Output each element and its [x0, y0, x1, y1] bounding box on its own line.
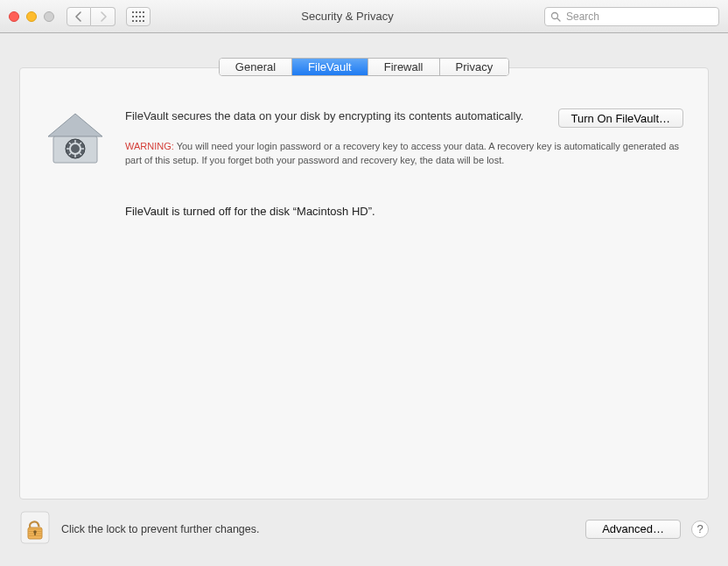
svg-rect-2 [139, 11, 141, 13]
svg-rect-8 [132, 20, 134, 22]
filevault-description: FileVault secures the data on your disk … [125, 108, 541, 124]
footer: Click the lock to prevent further change… [0, 500, 728, 562]
advanced-button[interactable]: Advanced… [585, 520, 681, 539]
warning-text: WARNING: You will need your login passwo… [125, 140, 683, 168]
window-title: Security & Privacy [158, 10, 537, 23]
lock-button[interactable] [19, 510, 51, 548]
svg-line-13 [557, 18, 560, 21]
minimize-window-button[interactable] [26, 11, 37, 22]
filevault-house-icon [45, 112, 106, 168]
svg-rect-9 [136, 20, 137, 22]
tab-firewall[interactable]: Firewall [368, 59, 440, 75]
filevault-icon-column [45, 108, 106, 218]
show-all-button[interactable] [126, 7, 150, 26]
forward-button[interactable] [91, 7, 116, 26]
tab-filevault[interactable]: FileVault [292, 59, 368, 75]
search-icon [550, 11, 561, 22]
search-field[interactable]: Search [544, 7, 719, 26]
back-button[interactable] [66, 7, 91, 26]
tab-privacy[interactable]: Privacy [440, 59, 509, 75]
svg-rect-5 [136, 16, 137, 17]
filevault-status: FileVault is turned off for the disk “Ma… [125, 205, 683, 218]
chevron-left-icon [74, 11, 83, 22]
chevron-right-icon [99, 11, 108, 22]
lock-hint-text: Click the lock to prevent further change… [61, 523, 575, 535]
svg-rect-4 [132, 16, 134, 17]
warning-body: You will need your login password or a r… [125, 141, 679, 165]
turn-on-filevault-button[interactable]: Turn On FileVault… [558, 108, 683, 128]
svg-rect-33 [34, 532, 36, 535]
zoom-window-button[interactable] [44, 11, 54, 22]
svg-rect-11 [143, 20, 144, 22]
svg-rect-31 [28, 535, 42, 536]
help-button[interactable]: ? [691, 521, 709, 538]
tab-general[interactable]: General [220, 59, 292, 75]
svg-rect-7 [143, 16, 144, 17]
svg-rect-1 [136, 11, 137, 13]
svg-rect-3 [143, 11, 144, 13]
svg-rect-10 [139, 20, 141, 22]
grid-icon [132, 11, 144, 22]
svg-rect-28 [28, 529, 42, 530]
tabs: General FileVault Firewall Privacy [219, 58, 509, 76]
window-controls [9, 11, 54, 22]
svg-rect-6 [139, 16, 141, 17]
description-row: FileVault secures the data on your disk … [125, 108, 683, 128]
main-panel: FileVault secures the data on your disk … [19, 67, 709, 500]
close-window-button[interactable] [9, 11, 19, 22]
svg-marker-14 [48, 114, 102, 136]
warning-label: WARNING: [125, 141, 174, 151]
svg-point-12 [552, 12, 558, 18]
search-placeholder: Search [566, 10, 599, 23]
nav-group [66, 7, 116, 26]
text-column: FileVault secures the data on your disk … [125, 108, 683, 218]
unlocked-padlock-icon [19, 510, 51, 545]
svg-rect-0 [132, 11, 134, 13]
content: FileVault secures the data on your disk … [20, 93, 708, 218]
tabs-row: General FileVault Firewall Privacy [0, 58, 728, 76]
titlebar: Security & Privacy Search [0, 0, 728, 33]
